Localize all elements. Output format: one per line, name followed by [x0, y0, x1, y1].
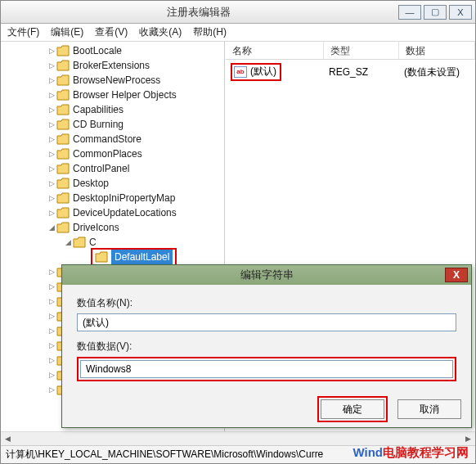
col-name[interactable]: 名称 — [226, 42, 324, 59]
highlighted-value: ab (默认) — [231, 63, 281, 81]
tree-label: CommonPlaces — [73, 146, 142, 161]
watermark-b: 电脑教程学习网 — [383, 445, 469, 459]
folder-icon — [56, 133, 70, 145]
tree-node[interactable]: ▷CommandStore — [6, 132, 224, 146]
tree-node[interactable]: ▷DeviceUpdateLocations — [6, 205, 224, 220]
expand-icon[interactable]: ▷ — [47, 353, 56, 367]
expand-icon[interactable]: ◢ — [47, 220, 56, 235]
expand-icon[interactable]: ▷ — [47, 73, 56, 88]
folder-icon — [56, 45, 70, 56]
expand-icon[interactable]: ▷ — [47, 161, 56, 176]
tree-node[interactable]: ▷DesktopIniPropertyMap — [6, 191, 224, 205]
string-icon: ab — [234, 66, 247, 78]
scroll-left-icon[interactable]: ◀ — [1, 432, 15, 446]
folder-icon — [56, 192, 70, 204]
tree-node-selected[interactable]: DefaultLabel — [6, 250, 224, 264]
list-header: 名称 类型 数据 — [226, 42, 475, 60]
value-name: (默认) — [250, 65, 276, 79]
tree-node[interactable]: ▷BrowseNewProcess — [6, 73, 224, 88]
list-row[interactable]: ab (默认) REG_SZ (数值未设置) — [231, 63, 470, 81]
expand-icon[interactable]: ▷ — [47, 176, 56, 191]
watermark-a: Wind — [353, 445, 383, 459]
col-data[interactable]: 数据 — [399, 42, 475, 59]
expand-icon[interactable]: ▷ — [47, 146, 56, 161]
folder-icon — [56, 104, 70, 115]
folder-icon — [56, 178, 70, 189]
dialog-close-button[interactable]: X — [445, 268, 468, 282]
expand-icon[interactable]: ▷ — [47, 205, 56, 220]
scroll-right-icon[interactable]: ▶ — [461, 432, 475, 446]
tree-label: BootLocale — [73, 43, 122, 58]
tree-label: CommandStore — [73, 132, 141, 146]
expand-icon[interactable]: ▷ — [47, 102, 56, 117]
tree-label: Desktop — [73, 176, 109, 191]
col-type[interactable]: 类型 — [324, 42, 399, 59]
menubar: 文件(F) 编辑(E) 查看(V) 收藏夹(A) 帮助(H) — [1, 24, 475, 42]
close-button[interactable]: X — [449, 5, 472, 20]
tree-node[interactable]: ▷Browser Helper Objects — [6, 88, 224, 102]
expand-icon[interactable]: ▷ — [47, 382, 56, 397]
maximize-button[interactable]: ▢ — [424, 5, 447, 20]
value-name-field: 数值名称(N): — [77, 296, 456, 331]
tree-label: BrokerExtensions — [73, 58, 150, 73]
expand-icon[interactable]: ◢ — [63, 235, 73, 250]
expand-icon[interactable]: ▷ — [47, 309, 56, 323]
horizontal-scrollbar[interactable]: ◀ ▶ — [1, 431, 475, 445]
menu-favorites[interactable]: 收藏夹(A) — [139, 25, 182, 39]
expand-icon[interactable]: ▷ — [47, 132, 56, 146]
tree-label: ControlPanel — [73, 161, 129, 176]
tree-node[interactable]: ▷Capabilities — [6, 102, 224, 117]
tree-node[interactable]: ▷BootLocale — [6, 43, 224, 58]
folder-icon — [56, 148, 70, 160]
tree-node[interactable]: ▷CommonPlaces — [6, 146, 224, 161]
ok-button[interactable]: 确定 — [321, 399, 384, 419]
folder-icon — [56, 163, 70, 174]
tree-node[interactable]: ▷CD Burning — [6, 117, 224, 132]
expand-icon[interactable]: ▷ — [47, 279, 56, 294]
tree-label: CD Burning — [73, 117, 123, 132]
status-path: 计算机\HKEY_LOCAL_MACHINE\SOFTWARE\Microsof… — [6, 448, 323, 462]
value-type: REG_SZ — [329, 66, 404, 78]
tree-label: DesktopIniPropertyMap — [73, 191, 175, 205]
highlighted-node: DefaultLabel — [91, 248, 177, 266]
dialog-buttons: 确定 取消 — [62, 394, 471, 427]
window-title: 注册表编辑器 — [1, 5, 396, 20]
value-data: (数值未设置) — [404, 65, 470, 79]
expand-icon[interactable]: ▷ — [47, 338, 56, 353]
value-data-label: 数值数据(V): — [77, 340, 456, 354]
scroll-track[interactable] — [15, 432, 461, 446]
value-data-field: 数值数据(V): — [77, 340, 456, 381]
watermark: Wind电脑教程学习网 — [353, 445, 469, 461]
expand-icon[interactable]: ▷ — [47, 294, 56, 309]
expand-icon[interactable]: ▷ — [47, 191, 56, 205]
tree-label: Capabilities — [73, 102, 123, 117]
dialog-titlebar: 编辑字符串 X — [62, 265, 471, 285]
tree-node[interactable]: ▷ControlPanel — [6, 161, 224, 176]
dialog-body: 数值名称(N): 数值数据(V): — [62, 285, 471, 394]
expand-icon[interactable]: ▷ — [47, 43, 56, 58]
menu-file[interactable]: 文件(F) — [7, 25, 39, 39]
highlighted-input — [77, 357, 456, 381]
titlebar: 注册表编辑器 — ▢ X — [1, 1, 475, 24]
expand-icon[interactable]: ▷ — [47, 323, 56, 338]
menu-view[interactable]: 查看(V) — [95, 25, 128, 39]
tree-label: DeviceUpdateLocations — [73, 205, 177, 220]
expand-icon[interactable]: ▷ — [47, 88, 56, 102]
expand-icon[interactable]: ▷ — [47, 58, 56, 73]
tree-node[interactable]: ◢DriveIcons — [6, 220, 224, 235]
menu-help[interactable]: 帮助(H) — [193, 25, 227, 39]
value-name-input[interactable] — [77, 313, 456, 331]
tree-label: DriveIcons — [73, 220, 119, 235]
value-data-input[interactable] — [80, 360, 453, 378]
menu-edit[interactable]: 编辑(E) — [51, 25, 83, 39]
expand-icon[interactable]: ▷ — [47, 264, 56, 279]
cancel-button[interactable]: 取消 — [397, 399, 461, 419]
tree-node[interactable]: ▷BrokerExtensions — [6, 58, 224, 73]
expand-icon[interactable]: ▷ — [47, 117, 56, 132]
dialog-title: 编辑字符串 — [240, 268, 294, 282]
folder-icon — [56, 222, 70, 233]
minimize-button[interactable]: — — [398, 5, 421, 20]
expand-icon[interactable]: ▷ — [47, 367, 56, 382]
window-buttons: — ▢ X — [396, 5, 472, 20]
tree-node[interactable]: ▷Desktop — [6, 176, 224, 191]
